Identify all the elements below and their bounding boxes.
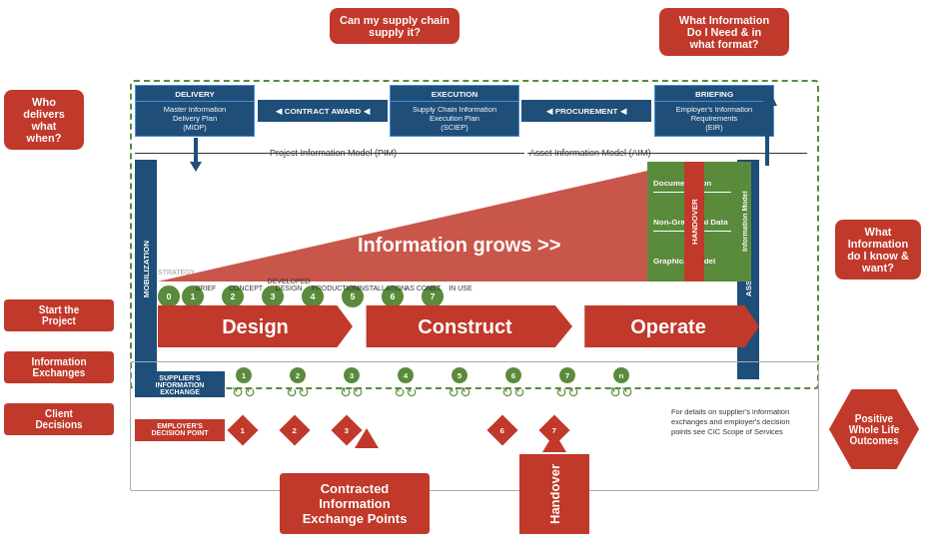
supply-chain-callout: Can my supply chain supply it? <box>330 8 460 44</box>
contracted-arrow-up <box>355 428 379 448</box>
svg-marker-0 <box>158 162 687 281</box>
info-model-side-label: Information Model <box>737 162 751 281</box>
svg-text:Information grows >>: Information grows >> <box>358 234 560 256</box>
client-decisions-label: ClientDecisions <box>4 403 114 435</box>
midp-down-line <box>194 138 198 164</box>
procurement-bar: ◀ PROCUREMENT ◀ <box>521 100 651 122</box>
handover-side-label: HANDOVER <box>684 162 704 281</box>
info-exchanges-label: InformationExchanges <box>4 351 114 383</box>
info-triangle: Information grows >> <box>158 162 687 281</box>
execution-box: EXECUTION Supply Chain InformationExecut… <box>390 85 519 137</box>
stage-labels-row: BRIEF CONCEPT DEVELOPED DESIGN PRODUCTIO… <box>158 278 477 291</box>
construct-arrow: Construct <box>358 305 572 347</box>
who-delivers-callout: Whodeliverswhatwhen? <box>4 90 84 150</box>
midp-down-arrow <box>190 162 202 172</box>
eir-up-arrow <box>761 90 777 106</box>
start-project-label: Start theProject <box>4 299 114 331</box>
handover-arrow-up <box>542 432 566 452</box>
contracted-callout: ContractedInformationExchange Points <box>280 473 430 534</box>
positive-outcomes-callout: PositiveWhole LifeOutcomes <box>829 389 919 469</box>
eir-up-line <box>765 106 769 166</box>
what-info-need-callout: What InformationDo I Need & inwhat forma… <box>659 8 789 56</box>
note-text: For details on supplier's information ex… <box>671 407 801 436</box>
handover-callout: Handover <box>519 454 589 534</box>
briefing-box: BRIEFING Employer's InformationRequireme… <box>654 85 774 137</box>
employer-decision-box: EMPLOYER'SDECISION POINT <box>135 419 225 441</box>
what-info-know-callout: WhatInformationdo I know &want? <box>835 220 921 280</box>
supplier-info-box: SUPPLIER'SINFORMATIONEXCHANGE <box>135 371 225 397</box>
decision-diamonds-row: 1 2 3 6 7 <box>232 419 565 441</box>
design-arrow: Design <box>158 305 353 347</box>
mobilization-bar: MOBILIZATION <box>135 160 157 379</box>
delivery-box: DELIVERY Master InformationDelivery Plan… <box>135 85 255 137</box>
main-diagram: Can my supply chain supply it? What Info… <box>0 0 927 560</box>
contract-award-bar: ◀ CONTRACT AWARD ◀ <box>258 100 388 122</box>
supplier-exchanges-row: 1 ↻↻ 2 ↻↻ 3 ↻↻ 4 ↻↻ 5 ↻↻ 6 ↻↻ 7 ↻↻ n ↻↻ <box>232 367 633 400</box>
operate-arrow: Operate <box>577 305 759 347</box>
